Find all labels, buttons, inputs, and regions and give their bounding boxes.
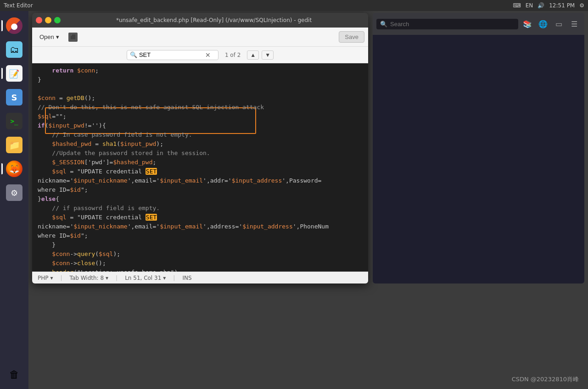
firefox-icon: 🦊 [6,161,22,177]
dock-item-terminal[interactable]: >_ [3,110,25,132]
code-line: // if passowrd field is empty. [38,204,368,213]
menu-button[interactable]: ☰ [568,17,581,30]
code-line: where ID=$id"; [38,185,368,194]
sync-button[interactable]: 🌐 [537,17,549,30]
code-line: where ID=$id"; [38,231,368,240]
system-title: Text Editor [4,2,33,9]
code-line: $sql=""; [38,112,368,121]
code-line: $sql = "UPDATE credential SET [38,167,368,176]
tab-width-label: Tab Width: 8 [70,275,104,281]
browser-content [373,35,584,283]
browser-search-bar[interactable]: 🔍 [376,19,518,29]
code-line: $conn->query($sql); [38,250,368,259]
code-line: // Don't do this, this is not safe again… [38,103,368,112]
dock-item-gedit[interactable]: 📝 [3,62,25,84]
browser-toolbar: 🔍 📚 🌐 ▭ ☰ [373,13,584,35]
folder-icon: 📁 [6,137,22,153]
bookmarks-button[interactable]: 📚 [521,17,534,30]
gedit-toolbar: Open ▾ ⬛ Save [32,28,368,47]
gedit-titlebar: *unsafe_edit_backend.php [Read-Only] (/v… [32,13,368,28]
cursor-position: Ln 51, Col 31 [125,275,161,281]
tab-width-status[interactable]: Tab Width: 8 ▾ [70,275,109,281]
terminal-icon: >_ [6,113,22,129]
dock-item-ubuntu[interactable]: ● [3,15,25,37]
code-line [38,84,368,94]
code-line: if($input_pwd!=''){ [38,121,368,130]
open-button[interactable]: Open ▾ [36,32,63,42]
insert-mode: INS [182,275,191,281]
dock-item-firefox[interactable]: 🦊 [3,158,25,180]
code-line: // In case password field is not empty. [38,130,368,139]
code-editor[interactable]: return $conn; } $conn = getDB(); // Don'… [32,63,368,272]
open-dropdown-icon[interactable]: ▾ [56,33,59,40]
system-bar: Text Editor ⌨ EN 🔊 12:51 PM ⚙ [0,0,588,11]
dock-item-settings[interactable]: ⚙ [3,182,25,204]
gedit-searchbar: 🔍 ✕ 1 of 2 ▲ ▼ [32,47,368,63]
search-icon: 🔍 [130,51,137,58]
dock-item-files[interactable]: 🗂 [3,39,25,61]
search-next-button[interactable]: ▼ [262,50,274,60]
code-line: header("Location: unsafe_home.php"); [38,268,368,272]
embed-icon: ⬛ [68,33,78,42]
code-line: $hashed_pwd = sha1($input_pwd); [38,139,368,149]
code-line: } [38,240,368,250]
dock-item-trash[interactable]: 🗑 [3,363,25,385]
code-line: $sql = "UPDATE credential SET [38,213,368,222]
application-dock: ● 🗂 📝 S >_ 📁 🦊 ⚙ 🗑 [0,11,28,389]
search-wrapper: 🔍 ✕ [127,50,218,60]
settings-icon: ⚙ [6,184,22,201]
minimize-button[interactable] [45,17,51,23]
volume-icon: 🔊 [538,2,544,9]
code-line: } [38,75,368,84]
ubuntu-icon: ● [6,17,22,34]
lang-indicator: EN [526,2,533,9]
search-prev-button[interactable]: ▲ [247,50,259,60]
dock-item-sublime[interactable]: S [3,86,25,108]
main-area: *unsafe_edit_backend.php [Read-Only] (/v… [28,11,588,389]
code-line: $conn = getDB(); [38,94,368,103]
cursor-position-status[interactable]: Ln 51, Col 31 ▾ [125,275,166,281]
files-icon: 🗂 [6,41,22,58]
search-clear-button[interactable]: ✕ [205,51,211,59]
open-label: Open [39,33,54,40]
browser-search-input[interactable] [390,21,515,28]
code-line: return $conn; [38,66,368,75]
save-button[interactable]: Save [339,31,364,43]
lang-dropdown-icon: ▾ [50,275,53,281]
browser-search-icon: 🔍 [380,21,387,28]
clock: 12:51 PM [549,2,575,9]
code-line: nickname='$input_nickname',email='$input… [38,176,368,185]
language-status[interactable]: PHP ▾ [38,275,53,281]
system-tray: ⌨ EN 🔊 12:51 PM ⚙ [513,2,584,9]
sidebar-toggle-button[interactable]: ▭ [552,17,565,30]
browser-sidebar: 🔍 📚 🌐 ▭ ☰ [373,13,584,283]
code-line: $_SESSION['pwd']=$hashed_pwd; [38,158,368,167]
gedit-icon: 📝 [6,65,22,82]
code-line: nickname='$input_nickname',email='$input… [38,222,368,231]
watermark: CSDN @20232810肖峰 [512,375,579,383]
search-count: 1 of 2 [225,52,241,58]
pos-dropdown-icon: ▾ [163,275,166,281]
code-line: $conn->close(); [38,259,368,268]
code-line: //Update the password stored in the sess… [38,149,368,158]
embed-button[interactable]: ⬛ [65,31,81,44]
keyboard-icon: ⌨ [513,2,521,9]
trash-icon: 🗑 [6,366,22,383]
maximize-button[interactable] [54,17,61,23]
code-line: }else{ [38,194,368,204]
insert-mode-status: INS [182,275,191,281]
tab-dropdown-icon: ▾ [106,275,108,281]
close-button[interactable] [36,17,42,23]
window-title: *unsafe_edit_backend.php [Read-Only] (/v… [63,17,364,23]
gedit-statusbar: PHP ▾ | Tab Width: 8 ▾ | Ln 51, Col 31 ▾… [32,272,368,283]
system-menu-icon[interactable]: ⚙ [579,2,584,9]
search-input[interactable] [139,51,203,58]
sublime-icon: S [6,89,22,106]
dock-item-folder[interactable]: 📁 [3,134,25,156]
gedit-window: *unsafe_edit_backend.php [Read-Only] (/v… [32,13,368,283]
language-label: PHP [38,275,49,281]
